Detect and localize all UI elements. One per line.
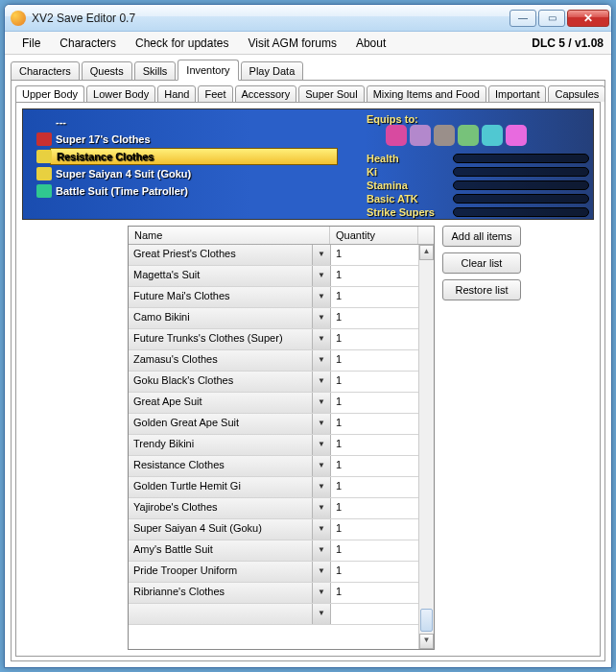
- item-name-cell[interactable]: Future Mai's Clothes: [129, 287, 313, 307]
- grid-row: Amy's Battle Suit▼1: [129, 540, 418, 562]
- item-qty-cell[interactable]: 1: [330, 519, 418, 540]
- scroll-thumb[interactable]: [420, 609, 433, 632]
- preview-item[interactable]: Resistance Clothes: [50, 148, 338, 165]
- item-name-cell[interactable]: Future Trunks's Clothes (Super): [129, 329, 313, 349]
- item-name-cell[interactable]: Trendy Bikini: [129, 435, 313, 455]
- item-qty-cell[interactable]: 1: [330, 245, 418, 265]
- maximize-button[interactable]: ▭: [538, 10, 565, 27]
- item-qty-cell[interactable]: [330, 604, 418, 624]
- item-dropdown-button[interactable]: ▼: [313, 456, 330, 476]
- minimize-button[interactable]: —: [509, 10, 536, 27]
- menu-characters[interactable]: Characters: [50, 35, 126, 52]
- item-name-cell[interactable]: Zamasu's Clothes: [129, 350, 313, 371]
- tab-inventory[interactable]: Inventory: [178, 60, 238, 81]
- item-qty-cell[interactable]: 1: [330, 583, 418, 603]
- item-qty-cell[interactable]: 1: [330, 308, 418, 328]
- item-rank-badge: [36, 184, 52, 198]
- item-dropdown-button[interactable]: ▼: [313, 604, 330, 624]
- item-dropdown-button[interactable]: ▼: [313, 435, 330, 455]
- preview-item[interactable]: ---: [56, 113, 338, 131]
- preview-item[interactable]: Super 17's Clothes: [56, 131, 338, 148]
- grid-row: Yajirobe's Clothes▼1: [129, 498, 418, 519]
- item-qty-cell[interactable]: 1: [330, 350, 418, 371]
- item-dropdown-button[interactable]: ▼: [313, 477, 330, 497]
- grid-row: Ribrianne's Clothes▼1: [129, 583, 418, 604]
- subtab-hand[interactable]: Hand: [157, 85, 196, 102]
- item-dropdown-button[interactable]: ▼: [313, 350, 330, 371]
- item-name-cell[interactable]: Camo Bikini: [129, 308, 313, 328]
- item-name-cell[interactable]: Goku Black's Clothes: [129, 372, 313, 392]
- preview-item[interactable]: Super Saiyan 4 Suit (Goku): [56, 165, 338, 182]
- item-name-cell[interactable]: Golden Great Ape Suit: [129, 414, 313, 434]
- titlebar[interactable]: XV2 Save Editor 0.7 — ▭ ✕: [5, 5, 611, 32]
- subtab-upper-body[interactable]: Upper Body: [15, 85, 84, 102]
- close-button[interactable]: ✕: [567, 10, 609, 27]
- item-name-cell[interactable]: Great Priest's Clothes: [129, 245, 313, 265]
- item-dropdown-button[interactable]: ▼: [313, 393, 330, 413]
- menu-file[interactable]: File: [12, 35, 50, 52]
- grid-row: Camo Bikini▼1: [129, 308, 418, 329]
- subtab-mixing-items-and-food[interactable]: Mixing Items and Food: [367, 85, 486, 102]
- item-name-cell[interactable]: Yajirobe's Clothes: [129, 498, 313, 518]
- subtab-accessory[interactable]: Accessory: [235, 85, 297, 102]
- subtab-feet[interactable]: Feet: [198, 85, 232, 102]
- tab-play-data[interactable]: Play Data: [241, 61, 304, 81]
- item-name-cell[interactable]: Amy's Battle Suit: [129, 540, 313, 561]
- grid-row: Super Saiyan 4 Suit (Goku)▼1: [129, 519, 418, 540]
- item-name-cell[interactable]: Golden Turtle Hemit Gi: [129, 477, 313, 497]
- item-dropdown-button[interactable]: ▼: [313, 266, 330, 286]
- col-quantity[interactable]: Quantity: [330, 227, 418, 244]
- item-dropdown-button[interactable]: ▼: [313, 287, 330, 307]
- item-qty-cell[interactable]: 1: [330, 562, 418, 582]
- subtab-capsules[interactable]: Capsules: [548, 85, 604, 102]
- item-qty-cell[interactable]: 1: [330, 435, 418, 455]
- grid-row: Golden Great Ape Suit▼1: [129, 414, 418, 435]
- grid-scrollbar[interactable]: ▲ ▼: [418, 245, 434, 649]
- item-name-cell[interactable]: Super Saiyan 4 Suit (Goku): [129, 519, 313, 540]
- menu-about[interactable]: About: [346, 35, 395, 52]
- clear-list-button[interactable]: Clear list: [442, 252, 521, 274]
- restore-list-button[interactable]: Restore list: [442, 279, 521, 300]
- item-name-cell[interactable]: Resistance Clothes: [129, 456, 313, 476]
- item-dropdown-button[interactable]: ▼: [313, 540, 330, 561]
- item-qty-cell[interactable]: 1: [330, 498, 418, 518]
- tab-quests[interactable]: Quests: [82, 61, 132, 81]
- item-qty-cell[interactable]: 1: [330, 372, 418, 392]
- item-qty-cell[interactable]: 1: [330, 287, 418, 307]
- scroll-up-button[interactable]: ▲: [419, 245, 434, 260]
- item-dropdown-button[interactable]: ▼: [313, 414, 330, 434]
- subtab-important[interactable]: Important: [488, 85, 546, 102]
- item-qty-cell[interactable]: 1: [330, 266, 418, 286]
- item-dropdown-button[interactable]: ▼: [313, 308, 330, 328]
- preview-item[interactable]: Battle Suit (Time Patroller): [56, 182, 338, 200]
- col-name[interactable]: Name: [129, 227, 330, 244]
- item-qty-cell[interactable]: 1: [330, 414, 418, 434]
- item-dropdown-button[interactable]: ▼: [313, 372, 330, 392]
- stat-row: Ki: [367, 165, 589, 179]
- item-dropdown-button[interactable]: ▼: [313, 519, 330, 540]
- tab-characters[interactable]: Characters: [11, 61, 80, 81]
- subtab-super-soul[interactable]: Super Soul: [298, 85, 364, 102]
- item-name-cell[interactable]: Magetta's Suit: [129, 266, 313, 286]
- grid-row: Future Mai's Clothes▼1: [129, 287, 418, 308]
- item-qty-cell[interactable]: 1: [330, 540, 418, 561]
- menu-visit-forums[interactable]: Visit AGM forums: [238, 35, 345, 52]
- add-all-items-button[interactable]: Add all items: [442, 226, 521, 247]
- subtab-lower-body[interactable]: Lower Body: [86, 85, 155, 102]
- item-dropdown-button[interactable]: ▼: [313, 583, 330, 603]
- tab-skills[interactable]: Skills: [134, 61, 177, 81]
- item-qty-cell[interactable]: 1: [330, 456, 418, 476]
- item-name-cell[interactable]: Ribrianne's Clothes: [129, 583, 313, 603]
- item-qty-cell[interactable]: 1: [330, 329, 418, 349]
- menu-check-updates[interactable]: Check for updates: [126, 35, 238, 52]
- item-qty-cell[interactable]: 1: [330, 477, 418, 497]
- item-name-cell[interactable]: Great Ape Suit: [129, 393, 313, 413]
- item-dropdown-button[interactable]: ▼: [313, 245, 330, 265]
- item-name-cell[interactable]: Pride Trooper Uniform: [129, 562, 313, 582]
- item-dropdown-button[interactable]: ▼: [313, 562, 330, 582]
- item-name-cell[interactable]: [129, 604, 313, 624]
- item-qty-cell[interactable]: 1: [330, 393, 418, 413]
- item-dropdown-button[interactable]: ▼: [313, 329, 330, 349]
- item-dropdown-button[interactable]: ▼: [313, 498, 330, 518]
- scroll-down-button[interactable]: ▼: [419, 634, 434, 649]
